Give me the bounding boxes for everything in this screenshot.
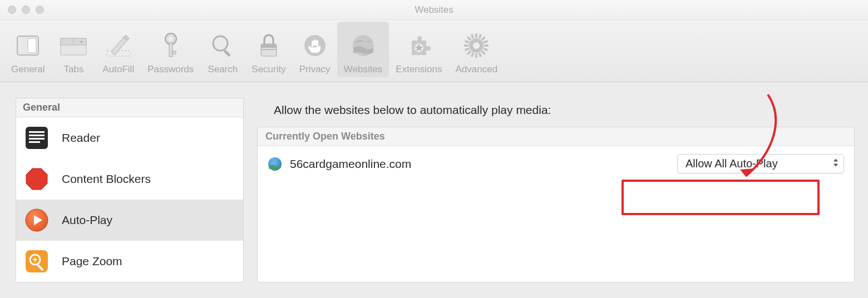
svg-rect-26: [481, 50, 486, 54]
svg-rect-29: [471, 34, 475, 39]
globe-icon: [351, 31, 376, 61]
tab-label: AutoFill: [102, 64, 134, 75]
svg-rect-14: [261, 44, 277, 48]
fullscreen-window-button[interactable]: [36, 6, 44, 14]
svg-rect-12: [224, 49, 231, 57]
minimize-window-button[interactable]: [22, 6, 30, 14]
site-name: 56cardgameonline.com: [290, 157, 669, 171]
svg-point-8: [169, 37, 173, 41]
search-icon: [210, 31, 235, 61]
svg-rect-31: [465, 40, 470, 44]
tab-extensions[interactable]: Extensions: [389, 22, 448, 77]
svg-rect-24: [467, 50, 471, 54]
svg-text:+: +: [80, 38, 83, 45]
svg-rect-45: [26, 250, 48, 272]
tab-label: Extensions: [396, 64, 442, 75]
svg-rect-25: [467, 36, 471, 41]
sidebar-item-auto-play[interactable]: Auto-Play: [16, 200, 243, 241]
sidebar: General Reader Content Blockers: [16, 98, 244, 282]
svg-marker-41: [26, 168, 47, 190]
tab-websites[interactable]: Websites: [337, 22, 389, 77]
svg-rect-23: [481, 36, 486, 41]
window-controls: [8, 6, 44, 14]
main-panel: Allow the websites below to automaticall…: [257, 98, 855, 282]
reader-icon: [24, 125, 50, 151]
tab-tabs[interactable]: + Tabs: [51, 22, 96, 77]
puzzle-icon: [406, 31, 432, 61]
svg-rect-28: [471, 52, 475, 57]
svg-point-35: [473, 42, 480, 49]
tab-label: Security: [251, 64, 285, 75]
tab-security[interactable]: Security: [245, 22, 292, 77]
title-bar: Websites: [0, 0, 868, 20]
tab-label: Tabs: [64, 64, 84, 75]
hand-icon: [303, 31, 327, 61]
gear-icon: [463, 31, 490, 61]
svg-rect-49: [34, 257, 36, 262]
svg-rect-6: [107, 51, 130, 56]
tab-label: Passwords: [147, 64, 194, 75]
svg-rect-20: [475, 53, 477, 58]
sidebar-item-label: Auto-Play: [62, 213, 112, 227]
autoplay-setting-dropdown[interactable]: Allow All Auto-Play: [677, 154, 844, 173]
svg-rect-37: [29, 131, 45, 133]
sidebar-item-page-zoom[interactable]: Page Zoom: [16, 241, 243, 282]
close-window-button[interactable]: [8, 6, 16, 14]
svg-rect-19: [475, 33, 477, 38]
svg-rect-40: [29, 141, 40, 143]
svg-rect-34: [483, 40, 488, 44]
play-icon: [24, 207, 50, 233]
dropdown-value: Allow All Auto-Play: [685, 157, 778, 170]
svg-point-11: [213, 36, 228, 51]
tab-privacy[interactable]: Privacy: [293, 22, 337, 77]
preferences-toolbar: General + Tabs AutoFill: [0, 20, 868, 82]
websites-panel: Currently Open Websites: [257, 127, 855, 282]
svg-rect-22: [484, 44, 489, 47]
svg-rect-10: [172, 51, 176, 54]
sidebar-item-label: Reader: [62, 131, 100, 145]
tab-autofill[interactable]: AutoFill: [96, 22, 141, 77]
content-area: General Reader Content Blockers: [0, 82, 868, 282]
tab-advanced[interactable]: Advanced: [449, 22, 505, 77]
svg-rect-1: [28, 38, 36, 53]
tab-search[interactable]: Search: [200, 22, 245, 77]
zoom-icon: [24, 249, 50, 274]
window-title: Websites: [415, 4, 453, 16]
svg-rect-21: [464, 44, 468, 47]
sidebar-item-reader[interactable]: Reader: [16, 117, 243, 158]
stop-sign-icon: [24, 166, 50, 192]
svg-rect-33: [465, 48, 470, 52]
tabs-icon: +: [58, 31, 88, 61]
autofill-icon: [103, 31, 134, 61]
svg-rect-32: [483, 48, 488, 52]
site-globe-icon: [268, 157, 282, 171]
sidebar-item-content-blockers[interactable]: Content Blockers: [16, 158, 243, 200]
key-icon: [160, 31, 182, 61]
svg-marker-51: [834, 158, 838, 161]
tab-label: Websites: [344, 64, 383, 75]
tab-passwords[interactable]: Passwords: [141, 22, 200, 77]
tab-label: Privacy: [299, 64, 331, 75]
sidebar-section-header: General: [16, 98, 243, 117]
svg-rect-38: [29, 135, 45, 136]
svg-rect-27: [479, 34, 482, 39]
switch-icon: [14, 31, 42, 61]
tab-label: Advanced: [456, 64, 498, 75]
site-row[interactable]: 56cardgameonline.com Allow All Auto-Play: [258, 146, 854, 181]
tab-label: General: [11, 64, 45, 75]
main-heading: Allow the websites below to automaticall…: [257, 98, 855, 127]
updown-icon: [832, 157, 839, 170]
svg-rect-9: [169, 43, 172, 57]
sidebar-item-label: Page Zoom: [62, 255, 122, 268]
panel-header: Currently Open Websites: [258, 127, 854, 146]
svg-rect-39: [29, 138, 45, 140]
lock-icon: [257, 31, 281, 61]
svg-rect-30: [479, 52, 482, 57]
sidebar-item-label: Content Blockers: [62, 172, 151, 186]
tab-general[interactable]: General: [4, 22, 51, 77]
svg-marker-52: [834, 163, 838, 166]
tab-label: Search: [208, 64, 238, 75]
